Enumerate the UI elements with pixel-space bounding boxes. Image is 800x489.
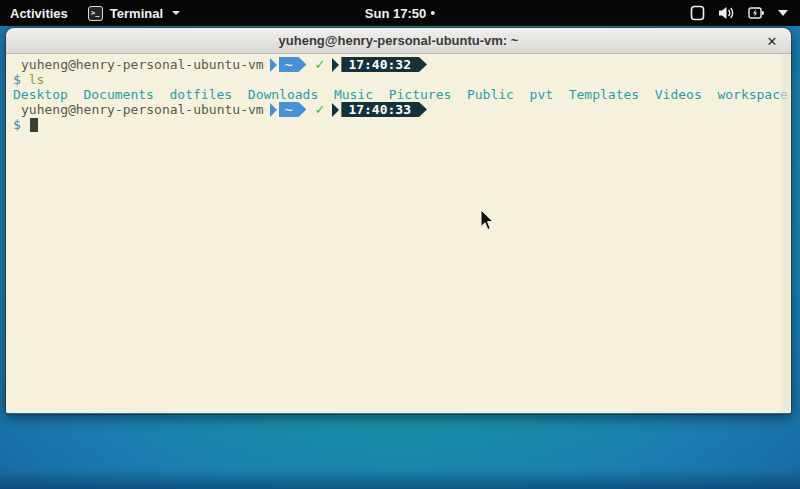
text-cursor (30, 118, 38, 132)
system-status-area[interactable] (678, 0, 800, 26)
prompt-time-segment: 17:40:32 (341, 57, 427, 72)
status-check-icon: ✓ (314, 102, 325, 117)
prompt-symbol: $ (13, 117, 21, 132)
notification-dot-icon (431, 11, 435, 15)
app-menu-terminal[interactable]: >_ Terminal (78, 0, 190, 26)
top-bar: Activities >_ Terminal Sun 17:50 (0, 0, 800, 26)
prompt-user-host: yuheng@henry-personal-ubuntu-vm (13, 57, 264, 72)
input-line[interactable]: $ (13, 117, 791, 132)
prompt-user-host: yuheng@henry-personal-ubuntu-vm (13, 102, 264, 117)
typed-command: ls (29, 72, 45, 87)
ls-output: Desktop Documents dotfiles Downloads Mus… (13, 87, 791, 102)
prompt-path-segment: ~ (279, 102, 307, 117)
volume-icon (718, 6, 735, 20)
terminal-app-icon: >_ (88, 6, 103, 21)
prompt-symbol: $ (13, 72, 21, 87)
prompt-time-segment: 17:40:33 (341, 102, 427, 117)
window-title: yuheng@henry-personal-ubuntu-vm: ~ (279, 33, 519, 48)
close-button[interactable]: ✕ (761, 30, 783, 52)
powerline-arrow-icon (332, 103, 339, 117)
prompt-path-segment: ~ (279, 57, 307, 72)
prompt-line-1: yuheng@henry-personal-ubuntu-vm ~ ✓ 17:4… (13, 57, 791, 72)
activities-button[interactable]: Activities (0, 0, 78, 26)
powerline-arrow-icon (270, 103, 277, 117)
terminal-content[interactable]: yuheng@henry-personal-ubuntu-vm ~ ✓ 17:4… (6, 54, 791, 413)
tablet-icon (690, 5, 705, 21)
window-titlebar[interactable]: yuheng@henry-personal-ubuntu-vm: ~ ✕ (6, 28, 791, 54)
terminal-window: yuheng@henry-personal-ubuntu-vm: ~ ✕ yuh… (6, 28, 791, 414)
chevron-down-icon (778, 10, 788, 16)
mouse-pointer-icon (480, 209, 494, 231)
status-check-icon: ✓ (314, 57, 325, 72)
command-line: $ ls (13, 72, 791, 87)
clock-button[interactable]: Sun 17:50 (365, 0, 435, 26)
powerline-arrow-icon (270, 58, 277, 72)
battery-charging-icon (748, 6, 765, 20)
scrollbar[interactable] (781, 54, 790, 413)
app-menu-label: Terminal (110, 6, 163, 21)
clock-label: Sun 17:50 (365, 6, 426, 21)
prompt-line-2: yuheng@henry-personal-ubuntu-vm ~ ✓ 17:4… (13, 102, 791, 117)
chevron-down-icon (172, 11, 180, 15)
powerline-arrow-icon (332, 58, 339, 72)
